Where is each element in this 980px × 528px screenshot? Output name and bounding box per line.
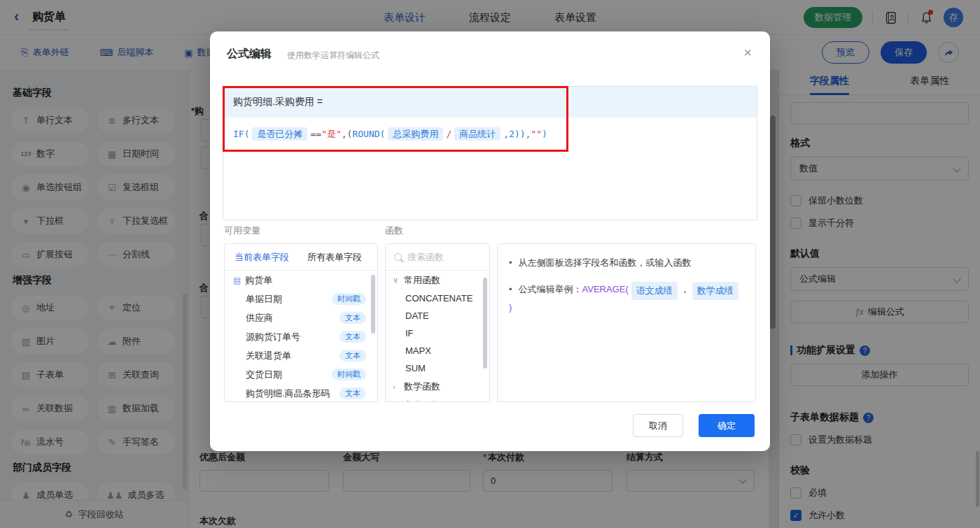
function-item[interactable]: SUM <box>386 359 489 377</box>
formula-token: "" <box>531 129 542 139</box>
field-chip[interactable]: 总采购费用 <box>388 127 443 141</box>
search-icon <box>394 253 402 261</box>
help-line-1: • 从左侧面板选择字段名和函数，或输入函数 <box>509 255 744 271</box>
type-badge: 时间戳 <box>332 369 366 380</box>
modal-title: 公式编辑 <box>227 47 272 62</box>
function-group-text[interactable]: › 文本函数 <box>386 396 489 402</box>
formula-token: / <box>446 129 451 139</box>
bullet-icon: • <box>509 255 512 271</box>
help-line-2: • 公式编辑举例： AVERAGE( 语文成绩 ， 数学成绩 ) <box>509 282 744 315</box>
variables-panel: 当前表单字段 所有表单字段 ▤ 购货单 单据日期时间戳 供应商文本 源购货订单号… <box>224 243 378 402</box>
close-icon[interactable]: × <box>743 45 752 59</box>
variables-label: 可用变量 <box>224 224 260 237</box>
chevron-open-icon: ∨ <box>393 276 400 285</box>
tab-all-form-fields[interactable]: 所有表单字段 <box>307 251 362 264</box>
type-badge: 时间戳 <box>332 293 366 305</box>
field-chip[interactable]: 商品统计 <box>454 127 500 141</box>
type-badge: 文本 <box>340 331 366 343</box>
variable-item[interactable]: 供应商文本 <box>225 308 377 327</box>
function-item[interactable]: DATE <box>386 307 489 324</box>
help-panel: • 从左侧面板选择字段名和函数，或输入函数 • 公式编辑举例： AVERAGE(… <box>497 243 756 402</box>
type-badge: 文本 <box>340 387 366 399</box>
formula-token: ,2)), <box>503 129 531 139</box>
variable-item[interactable]: 交货日期时间戳 <box>225 365 377 384</box>
modal-subtitle: 使用数学运算符编辑公式 <box>287 50 379 62</box>
function-item[interactable]: MAPX <box>386 342 489 359</box>
formula-token: IF( <box>233 129 249 139</box>
formula-editor-box: 购货明细.采购费用 = IF(是否已分摊=="是",(ROUND(总采购费用/商… <box>223 86 757 220</box>
formula-token: ,( <box>342 129 353 139</box>
example-field-chip: 数学成绩 <box>692 282 738 300</box>
document-icon: ▤ <box>233 276 241 285</box>
variable-tree-root[interactable]: ▤ 购货单 <box>225 271 377 290</box>
variables-scrollbar[interactable] <box>371 275 375 334</box>
function-group-math[interactable]: › 数学函数 <box>386 377 489 396</box>
function-search-input[interactable]: 搜索函数 <box>386 244 489 271</box>
search-placeholder: 搜索函数 <box>407 251 444 264</box>
chevron-closed-icon: › <box>393 383 400 391</box>
tab-current-form-fields[interactable]: 当前表单字段 <box>234 251 289 264</box>
function-item[interactable]: IF <box>386 324 489 342</box>
functions-panel: 搜索函数 ∨ 常用函数 CONCATENATE DATE IF MAPX SUM… <box>385 243 490 402</box>
chevron-closed-icon: › <box>393 401 400 403</box>
field-chip[interactable]: 是否已分摊 <box>252 127 307 141</box>
tree-root-label: 购货单 <box>245 274 272 287</box>
formula-expression[interactable]: IF(是否已分摊=="是",(ROUND(总采购费用/商品统计,2)),"") <box>223 117 757 151</box>
type-badge: 文本 <box>340 312 366 324</box>
formula-token: ) <box>542 129 547 139</box>
variable-item[interactable]: 购货明细.商品条形码文本 <box>225 384 377 402</box>
variable-item[interactable]: 关联退货单文本 <box>225 346 377 365</box>
example-field-chip: 语文成绩 <box>631 282 678 300</box>
formula-editor-modal: 公式编辑 使用数学运算符编辑公式 × 购货明细.采购费用 = IF(是否已分摊=… <box>210 31 770 451</box>
variable-item[interactable]: 单据日期时间戳 <box>225 290 377 308</box>
confirm-button[interactable]: 确定 <box>699 414 755 437</box>
functions-label: 函数 <box>385 224 403 237</box>
formula-token: ROUND( <box>352 129 385 139</box>
formula-token: "是" <box>321 129 342 139</box>
cancel-button[interactable]: 取消 <box>633 414 683 437</box>
function-item[interactable]: CONCATENATE <box>386 290 489 307</box>
formula-token: == <box>310 129 321 139</box>
formula-target: 购货明细.采购费用 = <box>223 87 757 117</box>
type-badge: 文本 <box>340 350 366 362</box>
function-group-common[interactable]: ∨ 常用函数 <box>386 271 489 290</box>
variable-item[interactable]: 源购货订单号文本 <box>225 327 377 346</box>
functions-scrollbar[interactable] <box>483 278 487 369</box>
bullet-icon: • <box>509 282 512 300</box>
